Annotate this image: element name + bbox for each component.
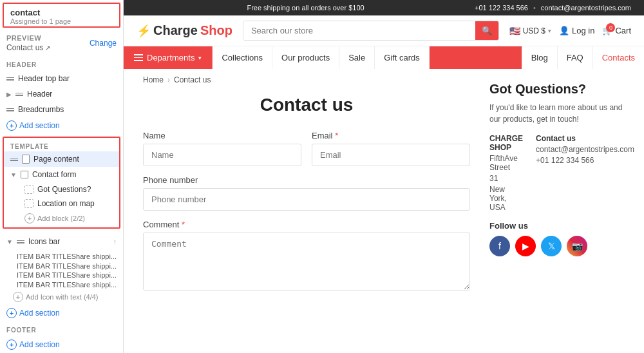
social-icons: f ▶ 𝕏 📷 (489, 236, 631, 256)
shop-address-1: FifthAve Street (489, 154, 523, 172)
item-bar-4[interactable]: ITEM BAR TITLEShare shippi... (0, 280, 123, 290)
plus-icon-2: + (6, 308, 17, 318)
form-group-comment: Comment * (143, 220, 470, 291)
item-bar-1[interactable]: ITEM BAR TITLEShare shippi... (0, 252, 123, 262)
got-questions-desc: If you'd like to learn more about us and… (489, 102, 631, 125)
sidebar-item-contact-form[interactable]: ▼ Contact form (4, 167, 119, 182)
email-label: Email * (312, 131, 470, 140)
person-icon: 👤 (559, 26, 569, 35)
search-input[interactable] (243, 21, 475, 40)
search-bar: 🔍 (243, 21, 499, 41)
logo-shop: Shop (200, 23, 232, 38)
add-section-middle-button[interactable]: + Add section (0, 305, 123, 321)
preview-value: Contact us ↗ (6, 43, 50, 52)
share-icon: ↑ (113, 238, 117, 245)
twitter-icon[interactable]: 𝕏 (541, 236, 562, 256)
page-side: Got Questions? If you'd like to learn mo… (489, 69, 644, 353)
nav-item-contacts[interactable]: Contacts (592, 46, 644, 69)
name-input[interactable] (143, 144, 301, 166)
corner-icon-2 (24, 199, 33, 208)
instagram-icon[interactable]: 📷 (567, 236, 587, 256)
announcement-right: +01 122 334 566 • contact@argentostripes… (475, 4, 631, 12)
got-questions-title: Got Questions? (489, 82, 631, 97)
nav-item-faq[interactable]: FAQ (557, 46, 592, 69)
breadcrumb-home[interactable]: Home (143, 75, 164, 84)
sidebar-item-header-top-bar[interactable]: Header top bar (0, 71, 123, 86)
store-header: ⚡ ChargeShop 🔍 🇺🇸 USD $ ▾ 👤 Log in 🛒 0 (124, 15, 644, 46)
cart-badge: 0 (606, 23, 615, 32)
page-body: Home › Contact us Contact us Name Email … (124, 69, 644, 353)
main-content: Free shipping on all orders over $100 +0… (124, 0, 644, 353)
comment-textarea[interactable] (143, 233, 470, 291)
footer-section-label: FOOTER (0, 321, 123, 336)
add-section-header-button[interactable]: + Add section (0, 117, 123, 134)
header-section-label: HEADER (0, 56, 123, 71)
flag-icon: 🇺🇸 (509, 26, 520, 36)
nav-departments-button[interactable]: Departments ▾ (124, 46, 213, 69)
add-section-footer-button[interactable]: + Add section (0, 336, 123, 353)
youtube-icon[interactable]: ▶ (515, 236, 536, 256)
contact-col-title: Contact us (536, 134, 634, 143)
sidebar-item-page-content[interactable]: Page content (4, 151, 119, 167)
contact-form-icon (21, 171, 28, 178)
plus-icon-gray-2: + (13, 292, 23, 302)
shop-address-2: 31 (489, 174, 523, 183)
sidebar-item-breadcrumbs[interactable]: Breadcrumbs (0, 102, 123, 117)
hamburger-icon (134, 54, 143, 61)
currency-button[interactable]: 🇺🇸 USD $ ▾ (509, 26, 551, 36)
sub-item-got-questions[interactable]: Got Questions? (4, 182, 119, 196)
header-actions: 🇺🇸 USD $ ▾ 👤 Log in 🛒 0 Cart (509, 26, 631, 36)
template-label: TEMPLATE (4, 139, 119, 151)
follow-title: Follow us (489, 221, 631, 231)
contact-title: contact (10, 8, 113, 17)
announcement-bar: Free shipping on all orders over $100 +0… (124, 0, 644, 15)
item-bar-2[interactable]: ITEM BAR TITLEShare shippi... (0, 262, 123, 271)
nav-item-blog[interactable]: Blog (522, 46, 557, 69)
announcement-email: contact@argentostripes.com (541, 4, 631, 12)
shop-name: CHARGE SHOP (489, 134, 523, 152)
shop-address-3: New York, USA (489, 185, 523, 212)
sidebar: contact Assigned to 1 page PREVIEW Conta… (0, 0, 124, 353)
logo[interactable]: ⚡ ChargeShop (137, 23, 232, 38)
departments-chevron: ▾ (198, 55, 202, 61)
nav-item-gift-cards[interactable]: Gift cards (375, 46, 430, 69)
change-button[interactable]: Change (90, 39, 117, 48)
facebook-icon[interactable]: f (489, 236, 510, 256)
shop-info-col: CHARGE SHOP FifthAve Street 31 New York,… (489, 134, 523, 212)
search-button[interactable]: 🔍 (475, 21, 498, 40)
add-icon-button[interactable]: + Add Icon with text (4/4) (0, 289, 123, 305)
email-required-star: * (335, 131, 338, 140)
name-label: Name (143, 131, 301, 140)
breadcrumb-current: Contact us (174, 75, 211, 84)
sidebar-item-icons-bar[interactable]: ▼ Icons bar (6, 234, 60, 249)
phone-input[interactable] (143, 188, 470, 211)
announcement-phone: +01 122 334 566 (475, 4, 528, 12)
corner-icon (24, 185, 33, 194)
plus-icon-gray: + (24, 213, 35, 224)
contact-header: contact Assigned to 1 page (3, 3, 120, 28)
sub-item-location-map[interactable]: Location on map (4, 196, 119, 211)
sidebar-item-header[interactable]: ▶ Header (0, 86, 123, 102)
nav-bar: Departments ▾ Collections Our products S… (124, 46, 644, 69)
page-icon (22, 155, 30, 164)
add-block-button[interactable]: + Add block (2/2) (4, 211, 119, 226)
login-button[interactable]: 👤 Log in (559, 26, 594, 35)
page-main: Home › Contact us Contact us Name Email … (124, 69, 489, 353)
phone-label: Phone number (143, 175, 470, 185)
logo-icon: ⚡ (137, 24, 151, 38)
nav-item-sale[interactable]: Sale (339, 46, 375, 69)
email-input[interactable] (312, 144, 470, 166)
nav-right: Blog FAQ Contacts (522, 46, 644, 69)
cart-button[interactable]: 🛒 0 Cart (602, 26, 631, 35)
form-group-name: Name (143, 131, 301, 166)
separator: • (533, 4, 536, 12)
contact-phone: +01 122 334 566 (536, 156, 634, 165)
icons-bar-row: ▼ Icons bar ↑ (0, 231, 123, 252)
assigned-label: Assigned to 1 page (10, 17, 113, 25)
nav-item-collections[interactable]: Collections (213, 46, 272, 69)
item-bar-3[interactable]: ITEM BAR TITLEShare shippi... (0, 271, 123, 280)
chevron-down-icon: ▾ (548, 28, 551, 34)
nav-item-our-products[interactable]: Our products (272, 46, 339, 69)
preview-row: PREVIEW Contact us ↗ Change (0, 30, 123, 56)
form-group-phone: Phone number (143, 175, 470, 211)
